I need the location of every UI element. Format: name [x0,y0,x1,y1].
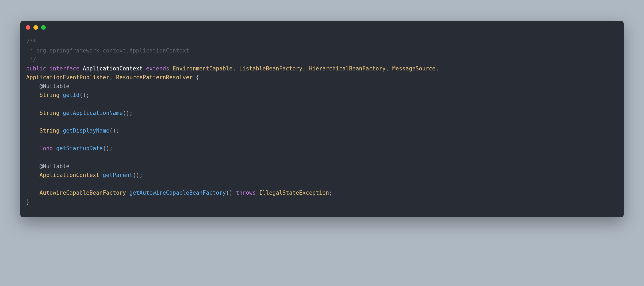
type-name: EnvironmentCapable [173,65,233,72]
minimize-icon[interactable] [33,25,38,30]
window-titlebar [20,21,624,34]
keyword-interface: interface [49,65,79,72]
punct: ) [229,190,232,196]
punct: } [26,199,29,205]
code-content: /** * org.springframework.context.Applic… [20,34,624,217]
punct: , [436,65,442,72]
keyword-throws: throws [236,190,256,196]
type-name: String [40,127,60,134]
type-name: String [40,92,60,98]
type-name: ApplicationContext [40,172,99,178]
type-name: String [40,110,60,116]
punct: , [109,74,116,81]
type-name: MessageSource [392,65,436,72]
type-name: ListableBeanFactory [239,65,302,72]
keyword-extends: extends [146,65,169,72]
punct: (); [109,127,119,134]
punct: , [386,65,392,72]
method-name: getStartupDate [56,145,103,152]
comment-line: /** [26,39,36,45]
comment-line: * org.springframework.context.Applicatio… [26,47,189,54]
punct: ; [329,190,332,196]
annotation-at: @ [40,163,43,170]
type-name: AutowireCapableBeanFactory [40,190,126,196]
comment-line: */ [26,56,36,63]
annotation: Nullable [43,163,70,170]
interface-name: ApplicationContext [83,65,143,72]
method-name: getParent [103,172,133,178]
keyword-long: long [40,145,53,152]
punct: , [302,65,309,72]
punct: (); [123,110,133,116]
type-name: HierarchicalBeanFactory [309,65,386,72]
punct: , [233,65,239,72]
punct: { [193,74,199,81]
punct: (); [133,172,143,178]
annotation: Nullable [43,83,70,89]
method-name: getId [63,92,79,98]
punct: (); [103,145,113,152]
method-name: getApplicationName [63,110,123,116]
method-name: getDisplayName [63,127,109,134]
punct: ( [226,190,229,196]
type-name: IllegalStateException [259,190,329,196]
annotation-at: @ [40,83,43,89]
close-icon[interactable] [26,25,30,30]
type-name: ApplicationEventPublisher [26,74,109,81]
maximize-icon[interactable] [41,25,46,30]
code-window: /** * org.springframework.context.Applic… [20,21,624,217]
punct: (); [79,92,89,98]
type-name: ResourcePatternResolver [116,74,193,81]
method-name: getAutowireCapableBeanFactory [129,190,226,196]
keyword-public: public [26,65,46,72]
